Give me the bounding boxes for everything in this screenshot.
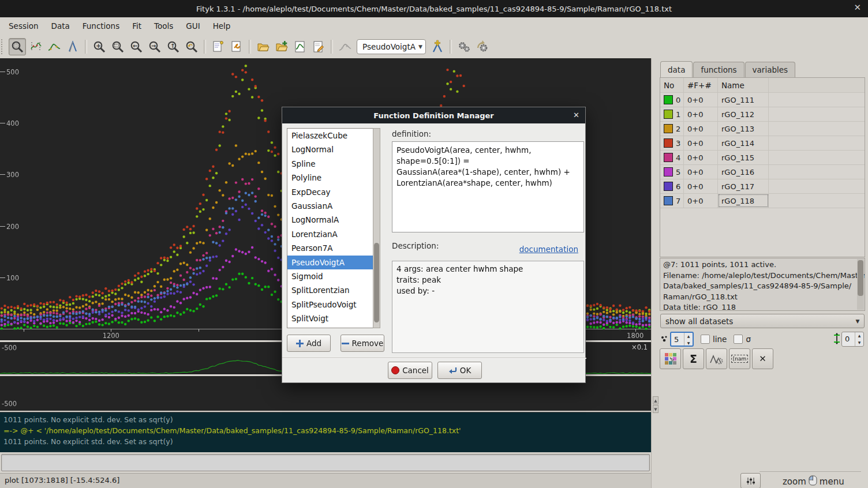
dataset-name-cell[interactable]: rGO_112	[718, 107, 769, 121]
zoom-select-button[interactable]	[109, 38, 126, 55]
function-list-item-splitpseudovoigt[interactable]: SplitPseudoVoigt	[287, 298, 373, 311]
add-button[interactable]: Add	[287, 335, 331, 352]
function-list[interactable]: PielaszekCubeLogNormalSplinePolylineExpD…	[287, 128, 373, 328]
dataset-number-cell[interactable]: 6	[660, 179, 684, 193]
dataset-number-cell[interactable]: 2	[660, 122, 684, 136]
zoom-mode-button[interactable]	[9, 38, 26, 55]
documentation-link[interactable]: documentation	[519, 245, 578, 254]
open-file-button[interactable]	[255, 38, 272, 55]
command-input[interactable]	[1, 454, 650, 471]
add-peak-mode-button[interactable]	[64, 38, 81, 55]
zoom-forward-button[interactable]: →	[146, 38, 163, 55]
shift-spinner[interactable]: 0 ▲▼	[841, 332, 864, 347]
menu-item-data[interactable]: Data	[45, 17, 76, 35]
menu-item-tools[interactable]: Tools	[148, 17, 179, 35]
sum-button[interactable]: Σ	[683, 348, 704, 369]
menu-item-session[interactable]: Session	[2, 17, 45, 35]
dataset-colors-button[interactable]	[660, 348, 681, 369]
dataset-color-swatch[interactable]	[664, 167, 673, 177]
append-file-button[interactable]	[273, 38, 290, 55]
dataset-info-panel[interactable]: @7: 1011 points, 1011 active.Filename: /…	[660, 258, 865, 311]
function-list-item-spline[interactable]: Spline	[287, 157, 373, 171]
table-row[interactable]: 50+0rGO_116	[660, 165, 865, 179]
function-list-item-sigmoid[interactable]: Sigmoid	[287, 269, 373, 283]
auto-add-button[interactable]	[336, 38, 354, 55]
sigma-checkbox[interactable]	[734, 335, 743, 344]
dataset-color-swatch[interactable]	[664, 196, 673, 205]
function-list-item-splitlorentzian[interactable]: SplitLorentzian	[287, 283, 373, 297]
table-row[interactable]: 60+0rGO_117	[660, 179, 865, 194]
mouse-hint-config-button[interactable]	[740, 473, 761, 488]
dataset-name-cell[interactable]: rGO_118	[718, 194, 769, 208]
zoom-all-button[interactable]: +	[91, 38, 108, 55]
column-header-No[interactable]: No	[660, 78, 684, 92]
spin-down-icon[interactable]: ▼	[855, 339, 863, 346]
menu-item-fit[interactable]: Fit	[126, 17, 148, 35]
dataset-color-swatch[interactable]	[664, 110, 673, 119]
panel-splitter[interactable]: ▲ ▼	[651, 58, 659, 488]
ok-button[interactable]: OK	[437, 362, 482, 379]
zoom-vertical-button[interactable]: ↑	[164, 38, 182, 55]
dataset-color-swatch[interactable]	[664, 153, 673, 162]
dataset-name-cell[interactable]: rGO_111	[718, 93, 769, 107]
dialog-title-bar[interactable]: Function Definition Manager ✕	[282, 107, 585, 123]
function-list-item-pielaszekcube[interactable]: PielaszekCube	[287, 129, 373, 142]
zoom-previous-button[interactable]: ↶	[183, 38, 200, 55]
spin-up-icon[interactable]: ▲	[855, 332, 863, 339]
dataset-color-swatch[interactable]	[664, 124, 673, 133]
dataset-number-cell[interactable]: 3	[660, 136, 684, 150]
column-header-extra[interactable]	[769, 78, 865, 92]
menu-item-functions[interactable]: Functions	[76, 17, 126, 35]
table-row[interactable]: 30+0rGO_114	[660, 136, 865, 151]
output-console[interactable]: 1011 points. No explicit std. dev. Set a…	[0, 412, 651, 452]
table-row[interactable]: 20+0rGO_113	[660, 122, 865, 136]
point-size-spinner[interactable]: 5 ▲▼	[670, 332, 694, 347]
function-list-item-pearson7a[interactable]: Pearson7A	[287, 241, 373, 255]
menu-item-gui[interactable]: GUI	[179, 17, 206, 35]
table-row[interactable]: 40+0rGO_115	[660, 151, 865, 165]
dataset-number-cell[interactable]: 5	[660, 165, 684, 179]
table-row[interactable]: 70+0rGO_118	[660, 194, 865, 208]
input-scroll-down-icon[interactable]: ▼	[653, 405, 659, 413]
column-header-Name[interactable]: Name	[718, 78, 769, 92]
table-row[interactable]: 00+0rGO_111	[660, 93, 865, 107]
tab-functions[interactable]: functions	[693, 62, 744, 78]
dataset-name-cell[interactable]: rGO_116	[718, 165, 769, 179]
table-row[interactable]: 10+0rGO_112	[660, 107, 865, 122]
dataset-name-cell[interactable]: rGO_117	[718, 179, 769, 193]
tab-variables[interactable]: variables	[745, 62, 796, 78]
function-list-item-expdecay[interactable]: ExpDecay	[287, 185, 373, 199]
function-type-dropdown[interactable]: PseudoVoigtA▼	[357, 39, 426, 54]
edit-script-button[interactable]	[310, 38, 327, 55]
data-transform-button[interactable]	[228, 38, 245, 55]
dataset-color-swatch[interactable]	[664, 95, 673, 104]
function-list-item-pseudovoigta[interactable]: PseudoVoigtA	[287, 256, 373, 269]
dataset-number-cell[interactable]: 7	[660, 194, 684, 208]
dataset-name-cell[interactable]: rGO_114	[718, 136, 769, 150]
cancel-button[interactable]: Cancel	[388, 362, 432, 379]
dataset-color-swatch[interactable]	[664, 182, 673, 191]
function-list-item-lognormala[interactable]: LogNormalA	[287, 213, 373, 227]
info-scrollbar[interactable]	[857, 259, 864, 310]
close-panel-button[interactable]: ✕	[752, 348, 773, 369]
dialog-close-icon[interactable]: ✕	[573, 111, 579, 119]
input-scroll-up-icon[interactable]: ▲	[653, 396, 659, 404]
function-list-item-gaussiana[interactable]: GaussianA	[287, 199, 373, 213]
dataset-number-cell[interactable]: 0	[660, 93, 684, 107]
line-checkbox[interactable]	[701, 335, 710, 344]
functions-button[interactable]	[706, 348, 727, 369]
dataset-color-swatch[interactable]	[664, 138, 673, 148]
function-list-item-lognormal[interactable]: LogNormal	[287, 142, 373, 156]
baseline-mode-button[interactable]	[46, 38, 63, 55]
definition-textarea[interactable]: PseudoVoigtA(area, center, hwhm, shape=0…	[392, 141, 584, 232]
range-mode-button[interactable]	[27, 38, 44, 55]
fit-run-button[interactable]	[455, 38, 473, 55]
function-list-item-lorentziana[interactable]: LorentzianA	[287, 227, 373, 241]
function-list-item-splitvoigt[interactable]: SplitVoigt	[287, 311, 373, 325]
name-labels-button[interactable]: [nam	[729, 348, 750, 369]
fit-more-button[interactable]	[474, 38, 491, 55]
column-header-#F+#[interactable]: #F+#	[684, 78, 718, 92]
add-function-button[interactable]	[429, 38, 446, 55]
save-plot-button[interactable]	[291, 38, 309, 55]
data-editor-button[interactable]	[209, 38, 227, 55]
